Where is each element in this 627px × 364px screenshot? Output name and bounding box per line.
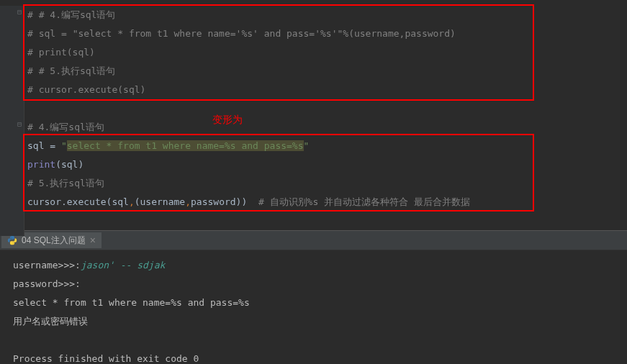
comment-text: # cursor.execute(sql) [27,84,145,95]
code-var: sql = [27,140,61,151]
output-text: select * from t1 where name=%s and pass=… [13,297,250,308]
comment-text: # 自动识别%s 并自动过滤各种符合 最后合并数据 [247,196,470,207]
code-line: # 4.编写sql语句 [27,118,627,137]
func-args: (sql) [55,159,84,170]
code-content: # # 4.编写sql语句 # sql = "select * from t1 … [27,6,627,230]
string-highlight: select * from t1 where name=%s and pass=… [67,140,304,151]
code-line: # # 4.编写sql语句 [27,6,627,24]
code-line: # sql = "select * from t1 where name='%s… [27,24,627,43]
func-name: print [27,159,55,170]
console-output[interactable]: username>>>:jason' -- sdjak password>>>:… [0,250,627,364]
comment-text: # 5.执行sql语句 [27,178,104,188]
code-line: # cursor.execute(sql) [27,81,627,99]
code-text: (username [135,196,185,207]
code-line: cursor.execute(sql,(username,password)) … [27,193,627,211]
close-icon[interactable]: × [90,235,96,246]
string-quote: " [304,140,310,151]
fold-icon[interactable]: ⊟ [17,9,24,16]
comment-text: %(username,password) [343,28,456,39]
console-line [13,331,627,350]
code-line [27,99,627,118]
python-icon [7,235,17,245]
console-line: Process finished with exit code 0 [13,350,627,364]
code-line: # 5.执行sql语句 [27,174,627,193]
code-line: # print(sql) [27,43,627,62]
console-line: password>>>: [13,275,627,294]
code-text: password)) [191,196,247,207]
string-quote: " [61,140,67,151]
fold-icon[interactable]: ⊟ [17,121,24,128]
comment-text: # print(sql) [27,47,95,58]
comment-text: # # 5.执行sql语句 [27,65,115,76]
code-text: cursor.execute(sql [27,196,129,207]
comment-text: # sql = [27,28,73,39]
tab-title: 04 SQL注入问题 [22,235,86,247]
console-line: 用户名或密码错误 [13,312,627,331]
code-editor[interactable]: 变形为 ⊟ ⊟ # # 4.编写sql语句 # sql = "select * … [0,0,627,230]
code-line: sql = "select * from t1 where name=%s an… [27,137,627,155]
code-comma: , [185,196,191,207]
output-text: 用户名或密码错误 [13,316,88,327]
prompt-label: password>>>: [13,278,81,289]
comment-text: # 4.编写sql语句 [27,122,104,132]
code-line: # # 5.执行sql语句 [27,62,627,81]
console-line: username>>>:jason' -- sdjak [13,256,627,275]
prompt-label: username>>>: [13,260,81,270]
comment-text: "select * from t1 where name='%s' and pa… [73,28,343,39]
console-tab-bar: 04 SQL注入问题 × [0,230,627,250]
code-line [27,211,627,230]
comment-text: # # 4.编写sql语句 [27,9,115,20]
code-comma: , [129,196,135,207]
user-input: jason' -- sdjak [81,260,165,270]
code-line: print(sql) [27,155,627,174]
exit-message: Process finished with exit code 0 [13,353,199,364]
console-line: select * from t1 where name=%s and pass=… [13,294,627,312]
